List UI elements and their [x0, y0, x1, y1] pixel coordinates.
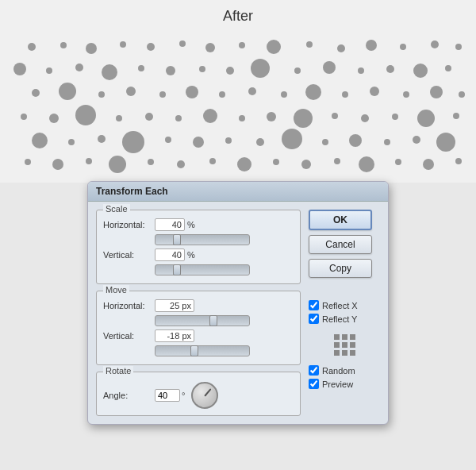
svg-point-64 [165, 137, 171, 143]
svg-point-15 [13, 63, 26, 75]
rotate-row: Angle: ° [103, 382, 294, 409]
move-vertical-slider-row [155, 345, 294, 356]
preview-checkbox[interactable] [309, 379, 319, 389]
reflect-y-label: Reflect Y [322, 314, 357, 324]
svg-point-69 [322, 139, 328, 145]
transform-each-dialog: Transform Each Scale Horizontal: % Verti… [87, 181, 389, 425]
move-horizontal-input[interactable] [155, 299, 194, 312]
svg-point-81 [237, 157, 251, 171]
svg-point-4 [147, 43, 155, 51]
rotate-group: Rotate Angle: ° [96, 372, 301, 416]
rotate-dial[interactable] [191, 382, 218, 409]
svg-point-21 [199, 66, 205, 72]
svg-point-45 [21, 114, 27, 120]
move-vertical-input[interactable] [155, 329, 194, 342]
scale-vertical-slider[interactable] [155, 264, 250, 275]
svg-point-11 [366, 40, 377, 51]
svg-point-20 [166, 66, 175, 75]
scale-group: Scale Horizontal: % Vertical: % [96, 210, 301, 284]
scale-vertical-row: Vertical: % [103, 248, 294, 261]
svg-rect-95 [334, 350, 340, 356]
svg-point-62 [98, 135, 106, 143]
svg-rect-92 [334, 342, 340, 348]
svg-point-0 [28, 43, 36, 51]
svg-point-58 [417, 110, 435, 127]
cancel-button[interactable]: Cancel [309, 235, 372, 254]
svg-point-74 [25, 159, 31, 165]
svg-point-87 [423, 159, 434, 170]
svg-point-19 [138, 65, 144, 71]
svg-point-51 [203, 109, 217, 123]
svg-point-71 [384, 139, 390, 145]
svg-point-34 [159, 91, 166, 98]
svg-point-7 [239, 42, 245, 48]
scale-horizontal-slider[interactable] [155, 234, 250, 245]
move-group: Move Horizontal: Vertical: [96, 291, 301, 365]
reflect-y-checkbox[interactable] [309, 314, 319, 324]
move-vertical-slider[interactable] [155, 345, 250, 356]
svg-point-43 [430, 86, 443, 98]
scale-group-label: Scale [103, 204, 130, 214]
svg-point-78 [148, 159, 154, 165]
svg-point-52 [239, 115, 245, 121]
preview-label: Preview [322, 379, 353, 389]
svg-point-85 [359, 156, 374, 172]
copy-button[interactable]: Copy [309, 259, 372, 278]
scale-vertical-label: Vertical: [103, 250, 155, 260]
svg-point-60 [32, 133, 48, 148]
svg-point-33 [126, 87, 136, 96]
ok-button[interactable]: OK [309, 210, 372, 230]
svg-point-63 [122, 131, 144, 153]
svg-point-65 [193, 137, 204, 148]
svg-point-47 [75, 105, 96, 125]
svg-point-39 [305, 84, 321, 100]
svg-point-79 [177, 160, 185, 168]
svg-point-35 [186, 86, 198, 98]
move-group-label: Move [103, 285, 129, 295]
svg-point-44 [459, 91, 465, 98]
scale-vertical-unit: % [187, 250, 195, 260]
svg-point-5 [179, 40, 186, 47]
svg-point-9 [306, 41, 313, 48]
move-horizontal-slider-row [155, 315, 294, 326]
rotate-angle-input[interactable] [155, 389, 180, 402]
svg-point-80 [209, 158, 216, 164]
svg-point-54 [294, 109, 313, 128]
reflect-x-label: Reflect X [322, 301, 358, 310]
options-group-2: Random Preview [309, 365, 380, 389]
svg-point-70 [349, 134, 362, 147]
svg-rect-93 [342, 342, 347, 348]
scale-horizontal-input[interactable] [155, 218, 185, 231]
svg-rect-96 [342, 350, 347, 356]
svg-point-67 [256, 138, 264, 146]
svg-point-38 [281, 91, 287, 98]
svg-point-14 [455, 44, 462, 50]
svg-point-48 [116, 115, 122, 121]
svg-point-26 [358, 67, 364, 74]
random-checkbox[interactable] [309, 365, 319, 376]
svg-point-56 [361, 114, 369, 122]
svg-point-40 [342, 91, 348, 98]
reflect-x-checkbox[interactable] [309, 300, 319, 310]
dial-needle [205, 388, 212, 396]
svg-rect-89 [334, 334, 340, 340]
svg-point-27 [386, 65, 394, 73]
scale-vertical-input[interactable] [155, 248, 185, 261]
svg-point-73 [436, 133, 455, 152]
svg-point-83 [301, 160, 311, 169]
svg-point-84 [334, 158, 340, 164]
svg-point-3 [120, 41, 126, 48]
svg-point-41 [370, 87, 379, 96]
svg-point-50 [175, 115, 182, 121]
svg-point-55 [332, 113, 338, 119]
svg-point-49 [145, 113, 153, 121]
svg-point-72 [413, 136, 420, 144]
svg-point-18 [102, 64, 117, 80]
move-horizontal-slider[interactable] [155, 315, 250, 326]
dialog-left-panel: Scale Horizontal: % Vertical: % [96, 210, 301, 416]
degree-symbol: ° [182, 391, 185, 400]
svg-point-77 [109, 156, 126, 173]
svg-point-66 [225, 137, 232, 144]
svg-point-59 [453, 113, 459, 119]
svg-point-76 [86, 158, 92, 164]
